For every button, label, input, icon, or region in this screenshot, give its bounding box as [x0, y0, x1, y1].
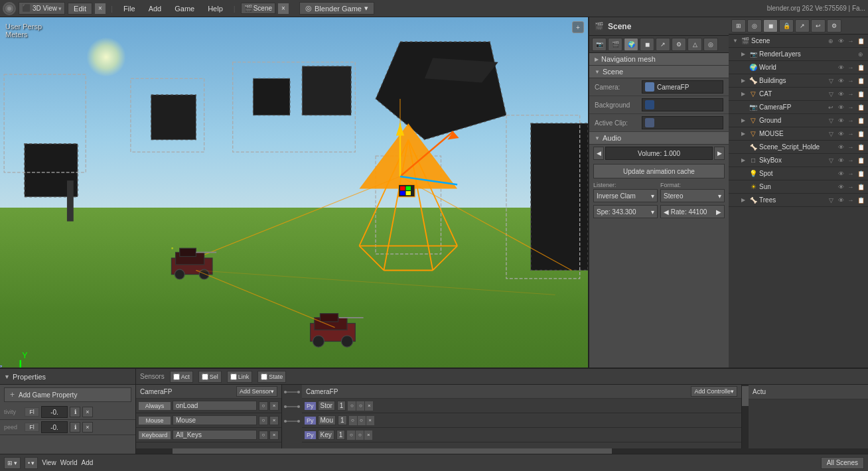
cat-arrow-btn[interactable]: →	[846, 90, 855, 99]
mouse-copy-btn[interactable]: 📋	[856, 129, 865, 139]
ctrl-btn-2a[interactable]: ○	[349, 416, 357, 425]
ctrl-btn-3b[interactable]: ○	[356, 431, 364, 440]
skybox-arrow-btn[interactable]: →	[846, 156, 855, 165]
link-toggle[interactable]: Link	[227, 371, 253, 383]
volume-decrease-btn[interactable]: ◀	[593, 147, 604, 160]
update-animation-cache-btn[interactable]: Update animation cache	[593, 164, 725, 178]
format-dropdown[interactable]: Stereo ▾	[660, 189, 725, 202]
ground-tri-btn[interactable]: ▽	[826, 116, 835, 125]
outliner-icon-6[interactable]: ↩	[811, 19, 826, 33]
panel-scene-icon[interactable]: 🎬	[608, 38, 622, 51]
ground-copy-btn[interactable]: 📋	[856, 116, 865, 125]
menu-add[interactable]: Add	[143, 3, 167, 14]
sensor-btn-3b[interactable]: ×	[269, 431, 279, 440]
ctrl-num-3[interactable]: 1	[336, 430, 346, 440]
all-scenes-btn[interactable]: All Scenes	[821, 457, 864, 469]
background-value-field[interactable]	[642, 98, 723, 111]
logic-scrollbar[interactable]	[742, 385, 749, 448]
outliner-item-cat[interactable]: ▶ ▽ CAT ▽ 👁 → 📋	[729, 88, 868, 101]
engine-selector[interactable]: ◎ Blender Game ▾	[299, 2, 374, 15]
outliner-item-world[interactable]: 🌍 World 👁 → 📋	[729, 61, 868, 74]
logic-hscroll-thumb[interactable]	[173, 448, 612, 454]
timeline-dot-selector[interactable]: • ▾	[25, 457, 38, 469]
prop-value-input-2[interactable]	[41, 421, 68, 433]
trees-arrow-btn[interactable]: →	[846, 196, 855, 205]
bottom-add-btn[interactable]: Add	[82, 459, 94, 466]
outliner-icon-2[interactable]: ◎	[747, 19, 762, 33]
add-controller-btn[interactable]: Add Controlle ▾	[691, 386, 737, 397]
prop-badge-fi-2[interactable]: Fl	[25, 423, 39, 432]
sensor-btn-3a[interactable]: ○	[259, 431, 268, 440]
act-toggle[interactable]: Act	[170, 371, 193, 383]
panel-render-icon[interactable]: 📷	[592, 38, 607, 51]
trees-copy-btn[interactable]: 📋	[856, 196, 865, 205]
nav-mesh-section[interactable]: ▶ Navigation mesh	[589, 53, 729, 66]
sun-arrow-btn[interactable]: →	[846, 182, 855, 192]
outliner-item-scene[interactable]: ▼ 🎬 Scene ⊕ 👁 → 📋	[729, 34, 868, 48]
outliner-item-scene-script[interactable]: 🦴 Scene_Script_Holde 👁 → 📋	[729, 141, 868, 154]
ctrl-btn-1a[interactable]: ○	[348, 401, 356, 411]
ctrl-btn-3a[interactable]: ○	[347, 431, 355, 440]
scene-close-btn[interactable]: ×	[278, 3, 289, 14]
outliner-item-mouse[interactable]: ▶ ▽ MOUSE ▽ 👁 → 📋	[729, 127, 868, 141]
ctrl-stor-1[interactable]: Stor	[318, 401, 335, 411]
add-sensor-btn[interactable]: Add Sensor ▾	[236, 386, 277, 397]
outliner-icon-4[interactable]: 🔒	[779, 19, 794, 33]
world-copy-btn[interactable]: 📋	[856, 63, 865, 72]
prop-badge-fi-1[interactable]: Fl	[25, 407, 39, 417]
outliner-item-camerafp[interactable]: 📷 CameraFP ↩ 👁 → 📋	[729, 101, 868, 114]
ctrl-btn-3c[interactable]: ×	[364, 431, 372, 440]
buildings-copy-btn[interactable]: 📋	[856, 76, 865, 86]
scene-arrow-btn[interactable]: →	[846, 36, 855, 46]
cat-copy-btn[interactable]: 📋	[856, 90, 865, 99]
sel-checkbox[interactable]	[202, 373, 208, 380]
outliner-icon-7[interactable]: ⚙	[827, 19, 841, 33]
sun-eye-btn[interactable]: 👁	[836, 182, 845, 192]
speed-field[interactable]: Spe: 343.300 ▾	[593, 205, 658, 218]
rate-field[interactable]: ◀ Rate: 44100 ▶	[660, 205, 725, 218]
sensor-btn-2a[interactable]: ○	[259, 416, 268, 425]
skybox-eye-btn[interactable]: 👁	[836, 156, 845, 165]
outliner-icon-3[interactable]: ◼	[763, 19, 778, 33]
timeline-type-selector[interactable]: ⊞ ▾	[4, 457, 21, 469]
outliner-icon-1[interactable]: ⊞	[731, 19, 746, 33]
camerafp-copy-btn[interactable]: 📋	[856, 103, 865, 112]
menu-game[interactable]: Game	[169, 3, 200, 14]
trees-tri-btn[interactable]: ▽	[826, 196, 835, 205]
scene-script-arrow-btn[interactable]: →	[846, 143, 855, 152]
sel-toggle[interactable]: Sel	[198, 371, 222, 383]
rl-add-btn[interactable]: ⊕	[856, 50, 865, 59]
prop-info-btn-1[interactable]: ℹ	[70, 407, 80, 417]
outliner-item-sun[interactable]: ☀ Sun 👁 → 📋	[729, 180, 868, 194]
act-checkbox[interactable]	[173, 373, 180, 380]
prop-close-btn-2[interactable]: ×	[82, 422, 93, 433]
mode-close-btn[interactable]: ×	[95, 3, 106, 14]
add-game-property-btn[interactable]: + Add Game Property	[4, 387, 131, 402]
mode-display[interactable]: Edit	[68, 3, 92, 15]
state-checkbox[interactable]	[261, 373, 267, 380]
ctrl-num-1[interactable]: 1	[337, 401, 346, 411]
outliner-item-spot[interactable]: 💡 Spot 👁 → 📋	[729, 167, 868, 180]
panel-modifier-icon[interactable]: ⚙	[672, 38, 686, 51]
ctrl-btn-1c[interactable]: ×	[365, 401, 373, 411]
ground-eye-btn[interactable]: 👁	[836, 116, 845, 125]
logic-hscrollbar[interactable]	[136, 448, 868, 454]
ctrl-stor-3[interactable]: Key	[318, 430, 334, 440]
volume-increase-btn[interactable]: ▶	[714, 147, 725, 160]
scene-eye-btn[interactable]: 👁	[836, 36, 845, 46]
viewport-menu-btn[interactable]: +	[572, 21, 584, 33]
ctrl-btn-1b[interactable]: ○	[356, 401, 364, 411]
scene-script-eye-btn[interactable]: 👁	[836, 143, 845, 152]
camerafp-arrow-btn[interactable]: →	[846, 103, 855, 112]
editor-type-selector[interactable]: ⬛ 3D View ▾	[19, 2, 65, 15]
camera-value-field[interactable]: CameraFP	[642, 80, 723, 94]
spot-arrow-btn[interactable]: →	[846, 169, 855, 178]
panel-world-icon[interactable]: 🌍	[624, 38, 638, 51]
buildings-eye-btn[interactable]: 👁	[836, 76, 845, 86]
mouse-tri-btn[interactable]: ▽	[826, 129, 835, 139]
panel-object-icon[interactable]: ◼	[640, 38, 654, 51]
sensor-btn-1a[interactable]: ○	[259, 401, 268, 411]
outliner-icon-5[interactable]: ↗	[795, 19, 810, 33]
ctrl-num-2[interactable]: 1	[338, 415, 347, 425]
sensor-value-2[interactable]: Mouse	[173, 415, 257, 425]
